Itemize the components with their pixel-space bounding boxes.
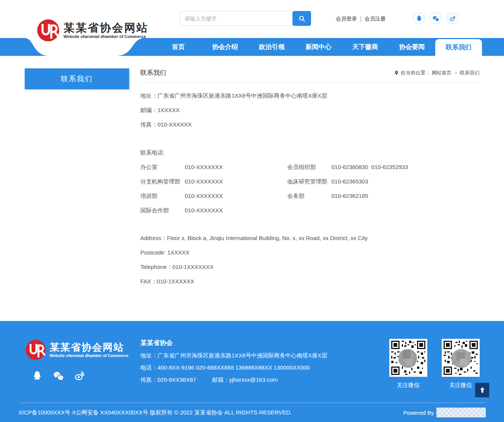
qr-label-1: 关注微信: [389, 382, 427, 389]
footer-address-label: 地址：: [141, 352, 158, 359]
qr-item-2: 关注微信: [442, 339, 480, 389]
fax-value-en: 010-1XXXXXX: [157, 278, 194, 284]
wechat-icon[interactable]: [430, 13, 442, 24]
qr-label-2: 关注微信: [442, 382, 480, 389]
footer-phone-line: 电话：400-8XX-9196 020-888XX888 136888X88XX…: [141, 362, 389, 374]
nav-item-about[interactable]: 协会介绍: [202, 38, 248, 56]
nav-item-merchants[interactable]: 天下徽商: [342, 38, 389, 56]
site-logo[interactable]: 某某省协会网站 Website ofaroinial dhamber of Co…: [36, 18, 149, 43]
member-login-link[interactable]: 会员登录: [336, 16, 357, 22]
address-line: 地址：广东省广州市海珠区新港东路1XX8号中洲国际商务中心南塔X座X层: [141, 89, 480, 103]
weibo-icon[interactable]: [447, 13, 458, 24]
dept-phone: 010-62365303: [332, 174, 480, 189]
address-value-en: Floor x, Block a, Jinqiu International B…: [167, 235, 368, 241]
logo-title: 某某省协会网站: [63, 22, 149, 33]
member-links-divider: |: [360, 16, 362, 22]
dept-name: 国际合作部: [141, 203, 185, 218]
site-footer: 某某省协会网站 Website ofaroinial dhamber of Co…: [0, 321, 504, 403]
telephone-value-en: 010-1XXXXXXX: [172, 264, 213, 270]
footer-email-label: 邮箱：: [212, 376, 229, 383]
fax-label: 传真：: [141, 121, 158, 128]
nav-item-highlights[interactable]: 协会要闻: [389, 38, 435, 56]
header-social-icons: [413, 13, 458, 24]
logo-text: 某某省协会网站 Website ofaroinial dhamber of Co…: [63, 22, 149, 39]
footer-logo-text: 某某省协会网站 Website ofaroinial dhamber of Co…: [50, 342, 129, 358]
address-label-en: Address：: [141, 235, 167, 241]
postcode-value-en: 1XXXXX: [167, 249, 189, 256]
nav-item-news[interactable]: 新闻中心: [295, 38, 342, 56]
weibo-icon[interactable]: [74, 370, 85, 381]
powered-by-logo: [436, 408, 486, 417]
footer-phone-label: 电话：: [141, 364, 158, 371]
dept-name: 办公室: [141, 160, 185, 174]
search-box: [180, 11, 311, 26]
dept-phone: 010-62362185: [332, 189, 480, 203]
qr-item-1: 关注微信: [389, 339, 427, 389]
address-value: 广东省广州市海珠区新港东路1XX8号中洲国际商务中心南塔X座X层: [158, 92, 327, 99]
footer-fax-value: 020-8XX36X87: [158, 376, 196, 383]
footer-logo: 某某省协会网站 Website ofaroinial dhamber of Co…: [25, 339, 141, 361]
back-to-top-button[interactable]: [475, 383, 489, 397]
postcode-label: 邮编：: [141, 107, 158, 113]
footer-fax-label: 传真：: [141, 376, 158, 383]
search-icon: [298, 15, 306, 22]
dept-name: [288, 203, 332, 218]
search-button[interactable]: [292, 11, 311, 26]
search-input[interactable]: [180, 11, 294, 26]
member-register-link[interactable]: 会员注册: [365, 16, 386, 22]
sidebar: 联系我们: [25, 68, 129, 321]
dept-name: 培训部: [141, 189, 185, 203]
contact-info-en: Address：Floor x, Block a, Jinqiu Interna…: [141, 231, 480, 289]
address-label: 地址：: [141, 92, 158, 99]
qq-icon[interactable]: [413, 13, 425, 24]
bottom-bar: XICP备10000XXX号 X公网安备 XX040XXX00XX号 版权所有 …: [0, 403, 504, 422]
phone-table: 办公室 010-XXXXXXX 会员组织部 010-62360830 010-6…: [141, 160, 480, 218]
fax-line: 传真：010-XXXXXX: [141, 117, 480, 132]
nav-item-politics[interactable]: 政治引领: [248, 38, 295, 56]
powered-by-label: Powered By: [403, 409, 434, 416]
arrow-up-icon: [479, 386, 486, 394]
member-links: 会员登录|会员注册: [336, 16, 386, 22]
dept-name: 临床研究管理部: [288, 174, 332, 189]
footer-logo-block: 某某省协会网站 Website ofaroinial dhamber of Co…: [25, 339, 141, 389]
footer-logo-subtitle: Website ofaroinial dhamber of Commerce: [50, 353, 129, 358]
footer-email-value: yjhorxxx@163.com: [229, 376, 278, 383]
telephone-line-en: Telephone：010-1XXXXXXX: [141, 260, 480, 274]
dept-phone: 010-62360830 010-62352933: [332, 160, 480, 174]
logo-subtitle: Website ofaroinial dhamber of Commerce: [63, 34, 149, 39]
page-title: 联系我们: [141, 68, 166, 77]
breadcrumb-home-link[interactable]: 网站首页: [432, 70, 452, 76]
dept-name: 会务部: [288, 189, 332, 203]
dept-phone: 010-XXXXXXX: [185, 189, 288, 203]
postcode-label-en: Postcode:: [141, 249, 166, 256]
footer-fax-email-line: 传真：020-8XX36X87邮箱：yjhorxxx@163.com: [141, 374, 389, 386]
telephone-label-en: Telephone：: [141, 264, 172, 270]
footer-qr-codes: 关注微信: [389, 339, 480, 389]
postcode-value: 1XXXXX: [158, 107, 180, 113]
dept-phone: [332, 203, 480, 218]
postcode-line-en: Postcode: 1XXXXX: [141, 245, 480, 260]
dept-phone: 010-XXXXXXX: [185, 174, 288, 189]
footer-phone-value: 400-8XX-9196 020-888XX888 136888X88XX 13…: [158, 364, 310, 371]
bottom-bar-inner: XICP备10000XXX号 X公网安备 XX040XXX00XX号 版权所有 …: [19, 403, 486, 422]
powered-by-block: Powered By: [403, 408, 486, 417]
footer-address-value: 广东省广州市海珠区新港东路1XX8号中洲国际商务中心南塔X座X层: [158, 352, 327, 359]
qq-icon[interactable]: [32, 370, 43, 381]
main-header: 联系我们 你当前位置： 网站首页 > 联系我们: [141, 68, 480, 82]
site-header: 某某省协会网站 Website ofaroinial dhamber of Co…: [0, 0, 504, 38]
fax-label-en: FAX：: [141, 278, 157, 284]
dept-phone: 010-XXXXXXX: [185, 203, 288, 218]
address-line-en: Address：Floor x, Block a, Jinqiu Interna…: [141, 231, 480, 245]
nav-list: 首页 协会介绍 政治引领 新闻中心 天下徽商 协会要闻 联系我们: [155, 38, 482, 56]
sidebar-item-contact[interactable]: 联系我们: [25, 68, 129, 89]
nav-item-home[interactable]: 首页: [155, 38, 202, 56]
footer-social-icons: [32, 370, 141, 381]
content-area: 联系我们 联系我们 你当前位置： 网站首页 > 联系我们 地址：广东省广州市海珠…: [25, 56, 480, 321]
contact-info-cn: 地址：广东省广州市海珠区新港东路1XX8号中洲国际商务中心南塔X座X层 邮编：1…: [141, 89, 480, 132]
dept-name: 分支机构管理部: [141, 174, 185, 189]
nav-item-contact-active[interactable]: 联系我们: [435, 39, 482, 56]
location-pin-icon: [394, 70, 399, 76]
wechat-icon[interactable]: [53, 370, 64, 381]
logo-icon: [36, 18, 60, 43]
breadcrumb: 你当前位置： 网站首页 > 联系我们: [394, 70, 480, 76]
